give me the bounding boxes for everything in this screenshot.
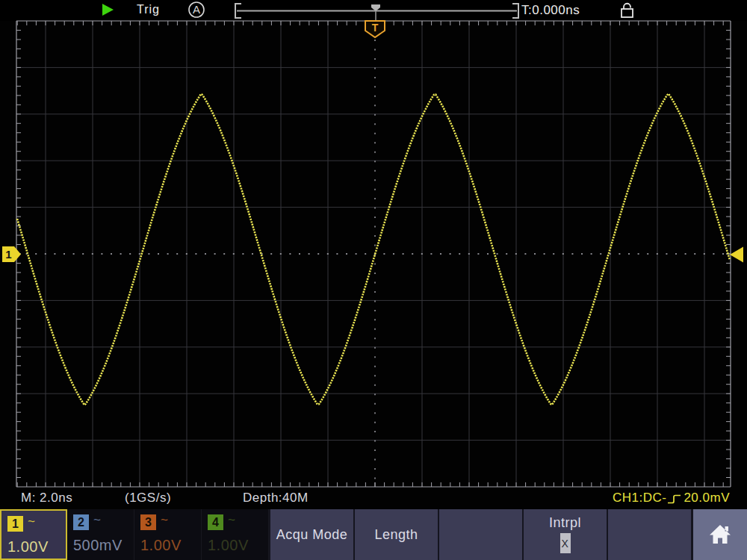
channel-button-1[interactable]: 1 ~ 1.00V — [0, 509, 67, 560]
channel-buttons: 1 ~ 1.00V 2 ~ 500mV 3 ~ 1.00V 4 ~ 1.00V — [0, 509, 269, 560]
rising-edge-icon — [667, 493, 682, 505]
bottom-menu-bar: 1 ~ 1.00V 2 ~ 500mV 3 ~ 1.00V 4 ~ 1.00V — [0, 509, 747, 560]
channel-4-badge: 4 — [208, 514, 223, 530]
svg-text:T: T — [372, 22, 379, 34]
channel-button-4[interactable]: 4 ~ 1.00V — [202, 509, 269, 560]
channel-3-badge: 3 — [140, 514, 156, 530]
oscilloscope-screen: Trig A T:0.000ns T 1 M: — [0, 0, 747, 560]
channel-button-2[interactable]: 2 ~ 500mV — [67, 509, 134, 560]
home-icon — [707, 522, 733, 547]
trigger-settings-readout: CH1:DC- 20.0mV — [613, 491, 730, 505]
timebase-readout: M: 2.0ns — [21, 491, 72, 505]
svg-text:1: 1 — [5, 248, 11, 261]
bottom-status-bar: M: 2.0ns (1GS/s) Depth:40M CH1:DC- 20.0m… — [0, 489, 747, 508]
soft-menu-buttons: Acqu Mode Length Intrpl X — [269, 509, 747, 560]
channel-1-scale: 1.00V — [7, 538, 49, 556]
interpolation-checkbox[interactable]: X — [560, 533, 571, 553]
channel-2-coupling-icon: ~ — [93, 513, 101, 528]
trigger-level-marker-icon[interactable] — [730, 247, 743, 263]
channel-1-badge: 1 — [7, 516, 23, 532]
channel-2-badge: 2 — [73, 514, 89, 530]
depth-readout: Depth:40M — [243, 491, 309, 505]
channel-4-coupling-icon: ~ — [228, 513, 235, 528]
trigger-source-label: CH1:DC- — [613, 491, 666, 505]
intrpl-button[interactable]: Intrpl X — [522, 509, 607, 560]
channel-3-coupling-icon: ~ — [161, 513, 168, 528]
trigger-marker-badge[interactable]: T — [365, 21, 385, 37]
waveform-display: T 1 — [0, 0, 747, 509]
channel-4-scale: 1.00V — [208, 537, 249, 554]
channel1-position-marker-icon[interactable]: 1 — [2, 246, 21, 262]
menu-blank-1 — [438, 509, 522, 560]
length-button[interactable]: Length — [353, 509, 438, 560]
channel-1-coupling-icon: ~ — [28, 514, 35, 529]
menu-blank-2 — [607, 509, 691, 560]
channel-2-scale: 500mV — [73, 537, 123, 554]
home-button[interactable] — [691, 509, 747, 560]
trigger-level-readout: 20.0mV — [684, 491, 730, 505]
sample-rate-readout: (1GS/s) — [125, 491, 171, 505]
acqu-mode-button[interactable]: Acqu Mode — [269, 509, 353, 560]
channel-button-3[interactable]: 3 ~ 1.00V — [134, 509, 202, 560]
ch1-waveform-trace — [17, 94, 730, 405]
channel-3-scale: 1.00V — [140, 537, 182, 554]
